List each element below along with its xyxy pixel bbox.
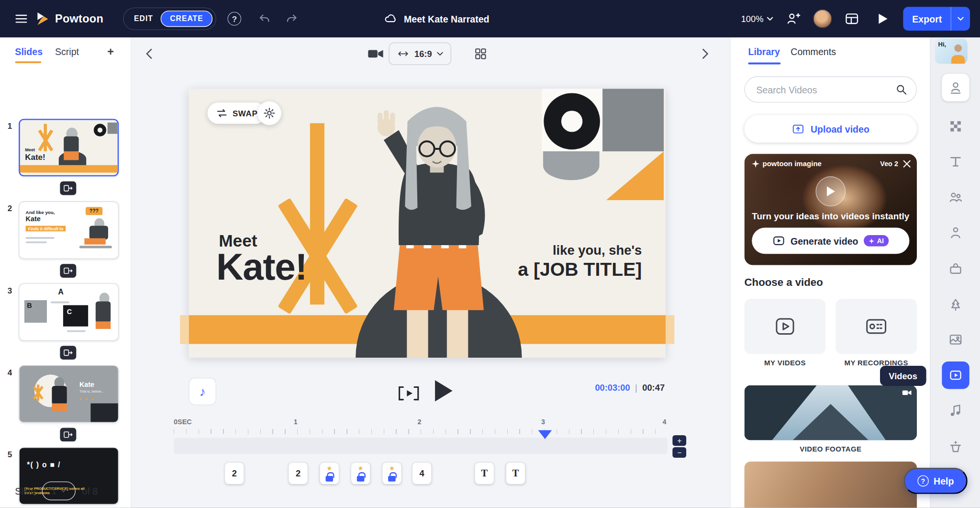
rail-avatars-icon[interactable] — [942, 219, 969, 246]
rail-scenes-icon[interactable] — [942, 291, 969, 318]
transition-badge-2[interactable] — [60, 264, 76, 278]
time-total: 00:47 — [642, 383, 665, 393]
my-videos-label: MY VIDEOS — [745, 359, 826, 367]
swap-icon — [216, 109, 228, 117]
export-button[interactable]: Export — [903, 7, 970, 31]
my-recordings-card[interactable] — [835, 299, 917, 354]
search-icon[interactable] — [895, 83, 907, 96]
play-from-slide-icon[interactable] — [398, 385, 420, 402]
timeline-item-locked[interactable]: ★ — [320, 463, 339, 484]
screens-icon[interactable] — [841, 8, 863, 30]
layouts-grid-icon[interactable] — [474, 47, 488, 61]
powtoon-logo[interactable]: Powtoon — [35, 11, 103, 26]
video-search — [745, 76, 917, 102]
generate-video-button[interactable]: Generate video AI — [752, 227, 909, 254]
promo-play-icon[interactable] — [815, 176, 846, 206]
lock-icon — [388, 475, 396, 481]
add-slide-button[interactable]: + — [101, 43, 120, 61]
rail-specials-icon[interactable] — [942, 433, 969, 460]
timeline-minor-ticks — [174, 429, 668, 434]
timeline-item-slide[interactable]: 2 — [225, 463, 244, 484]
tab-slides[interactable]: Slides — [15, 46, 43, 57]
preview-play-icon[interactable] — [872, 8, 895, 30]
rail-characters-icon[interactable] — [942, 183, 969, 211]
powtoon-logo-icon — [35, 11, 50, 26]
upload-video-button[interactable]: Upload video — [745, 115, 917, 142]
transition-badge-1[interactable] — [60, 181, 76, 195]
timeline-playhead[interactable] — [538, 430, 552, 439]
editor-canvas-area: 16:9 — [131, 37, 730, 508]
my-videos-card[interactable] — [745, 299, 826, 354]
topbar: Powtoon EDIT CREATE ? Meet Kate Narrated… — [0, 0, 980, 37]
slide-number: 4 — [8, 368, 12, 377]
timeline-item-text[interactable]: T — [475, 463, 494, 484]
mini-kate4: Kate — [79, 381, 94, 388]
rail-featured-characters-icon[interactable] — [942, 74, 969, 101]
chevron-down-icon — [61, 489, 67, 493]
rail-videos-icon[interactable] — [942, 361, 969, 389]
tab-comments[interactable]: Comments — [791, 46, 836, 57]
document-title[interactable]: Meet Kate Narrated — [404, 13, 490, 24]
timeline-zoom-in-button[interactable]: + — [672, 435, 686, 446]
undo-icon[interactable] — [254, 8, 277, 30]
settings-gear-button[interactable] — [257, 102, 281, 125]
timeline-item-locked[interactable]: ★ — [351, 463, 370, 484]
help-button[interactable]: ? Help — [904, 468, 968, 494]
transition-badge-4[interactable] — [60, 428, 76, 441]
timeline-item-locked[interactable]: ★ — [382, 463, 401, 484]
upload-video-label: Upload video — [811, 124, 869, 134]
create-mode-button[interactable]: CREATE — [161, 11, 213, 27]
slide-canvas[interactable]: Meet Kate! like you, she's a [JOB TITLE]… — [189, 89, 666, 358]
rail-text-icon[interactable]: ★ — [942, 147, 969, 175]
mini-highlight: Finds it difficult to — [26, 226, 66, 232]
hamburger-menu-icon[interactable] — [10, 8, 33, 30]
search-input[interactable] — [756, 84, 895, 95]
timeline-tick: 3 — [541, 418, 545, 425]
zoom-control[interactable]: 100% — [741, 14, 774, 24]
transition-badge-3[interactable] — [60, 346, 76, 360]
export-chevron-icon[interactable] — [951, 7, 970, 31]
rail-props-icon[interactable] — [942, 255, 969, 282]
edit-mode-button[interactable]: EDIT — [134, 14, 153, 23]
lock-icon — [325, 475, 333, 481]
mini-symbols: *( ) o ■ / — [27, 460, 60, 469]
add-collaborator-icon[interactable] — [782, 8, 805, 30]
aspect-ratio-select[interactable]: 16:9 — [389, 43, 451, 65]
tab-script[interactable]: Script — [55, 46, 79, 57]
greeting-avatar[interactable]: Hi, — [935, 39, 968, 64]
slide-pager-label: Slide — [15, 485, 36, 496]
rail-audio-icon[interactable] — [942, 396, 969, 424]
close-icon[interactable] — [903, 160, 911, 168]
timeline-zoom-controls: + − — [672, 435, 686, 458]
stage-kate-text[interactable]: Kate! — [216, 245, 307, 288]
next-slide-icon[interactable] — [697, 46, 712, 61]
slide-pager-select[interactable]: 1 — [42, 482, 76, 500]
cloud-sync-icon — [384, 12, 398, 26]
camera-icon[interactable] — [368, 47, 384, 61]
video-footage-card[interactable] — [745, 385, 917, 440]
slide-thumbnail-2[interactable]: ??? And like you, Kate Finds it difficul… — [19, 202, 119, 259]
user-avatar[interactable] — [813, 10, 832, 28]
rail-backgrounds-icon[interactable] — [942, 113, 969, 140]
prev-slide-icon[interactable] — [143, 46, 157, 61]
slide-thumbnail-3[interactable]: A B C — [19, 283, 119, 341]
timeline-item-slide[interactable]: 2 — [289, 463, 307, 484]
tab-library[interactable]: Library — [748, 46, 780, 57]
slide-thumbnail-4[interactable]: Kate That is, before... • • • — [19, 365, 119, 423]
stage-like-text[interactable]: like you, she's — [553, 243, 642, 258]
soundtrack-button[interactable]: ♪ — [189, 378, 216, 405]
help-question-icon[interactable]: ? — [228, 12, 242, 26]
timeline-item-text[interactable]: T — [506, 463, 525, 484]
timeline-zoom-out-button[interactable]: − — [672, 447, 686, 458]
timeline-item-slide[interactable]: 4 — [412, 463, 431, 484]
rail-images-icon[interactable] — [942, 326, 969, 353]
kate-character[interactable] — [189, 89, 666, 358]
my-recordings-label: MY RECORDINGS — [835, 359, 917, 367]
stage-jobtitle-text[interactable]: a [JOB TITLE] — [518, 259, 642, 280]
play-button[interactable] — [435, 380, 453, 401]
next-category-card[interactable] — [745, 462, 917, 508]
timeline-track[interactable] — [174, 438, 668, 454]
redo-icon[interactable] — [280, 8, 302, 30]
slide-thumbnail-1[interactable]: Meet Kate! — [19, 119, 119, 176]
imagine-promo-card[interactable]: powtoon imagine Veo 2 Turn your ideas in… — [745, 154, 917, 265]
